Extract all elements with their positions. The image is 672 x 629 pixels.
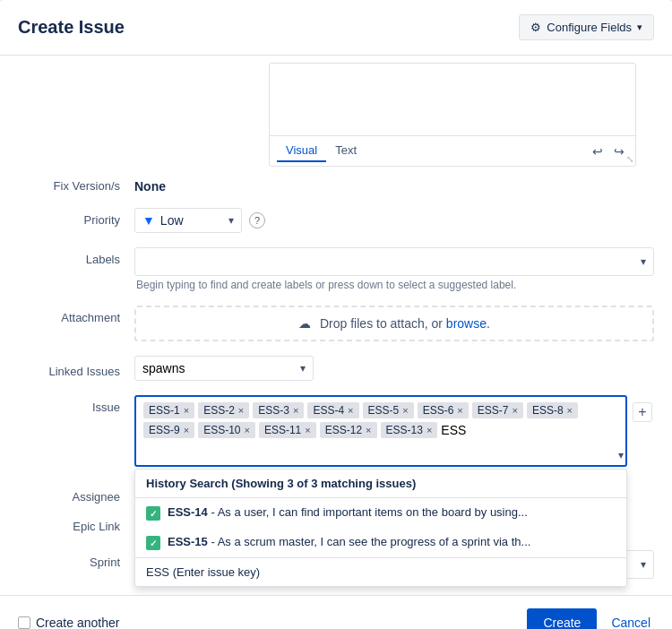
create-another-wrap: Create another (18, 616, 119, 629)
issue-add-button[interactable]: + (633, 402, 652, 422)
assignee-label: Assignee (18, 485, 134, 504)
issue-tag: ESS-9× (143, 422, 194, 438)
gear-icon: ⚙ (530, 21, 541, 34)
create-another-label[interactable]: Create another (36, 616, 119, 629)
tag-remove[interactable]: × (512, 405, 517, 416)
linked-issues-value: spawns (142, 361, 185, 375)
undo-button[interactable]: ↩ (589, 142, 607, 160)
enter-hint-key: ESS (146, 565, 169, 579)
tag-remove[interactable]: × (348, 405, 353, 416)
modal-footer: Create another Create Cancel (0, 595, 672, 629)
create-issue-modal: Create Issue ⚙ Configure Fields ▾ ⤡ Visu… (0, 0, 672, 629)
create-button[interactable]: Create (527, 608, 597, 629)
history-item-ess15[interactable]: ✓ ESS-15 - As a scrum master, I can see … (135, 528, 626, 557)
ess14-desc: - As a user, I can find important items … (211, 505, 527, 519)
tab-text[interactable]: Text (326, 140, 366, 162)
fix-version-label: Fix Version/s (18, 174, 134, 193)
priority-select-value: Low (160, 213, 184, 228)
description-label (18, 63, 134, 68)
fix-version-row: Fix Version/s None (0, 167, 672, 201)
priority-select-wrap: ▼ Low ▾ ? (134, 208, 654, 233)
resize-handle[interactable]: ⤡ (626, 154, 633, 164)
epic-link-label: Epic Link (18, 514, 134, 533)
priority-label: Priority (18, 208, 134, 227)
tag-remove[interactable]: × (184, 425, 189, 435)
issue-tag: ESS-4× (307, 402, 358, 418)
editor-content[interactable] (270, 64, 635, 135)
priority-row: Priority ▼ Low ▾ ? (0, 201, 672, 240)
tag-remove[interactable]: × (184, 405, 189, 416)
issue-tag: ESS-3× (253, 402, 304, 418)
ess15-key: ESS-15 (168, 535, 208, 548)
history-item-ess14[interactable]: ✓ ESS-14 - As a user, I can find importa… (135, 498, 626, 528)
labels-control: ▾ Begin typing to find and create labels… (134, 247, 654, 291)
labels-label: Labels (18, 247, 134, 266)
modal-body: ⤡ Visual Text ↩ ↪ Fix Version/s (0, 56, 672, 595)
issue-tag: ESS-5× (363, 402, 414, 418)
create-another-checkbox[interactable] (18, 616, 30, 629)
issue-text-input[interactable] (441, 422, 598, 438)
ess14-text: ESS-14 - As a user, I can find important… (168, 505, 616, 519)
tag-remove[interactable]: × (293, 405, 298, 416)
issue-tag: ESS-6× (418, 402, 469, 418)
tag-remove[interactable]: × (238, 405, 244, 416)
tag-remove[interactable]: × (244, 425, 249, 435)
fix-version-none: None (134, 174, 166, 194)
sprint-label: Sprint (18, 550, 134, 569)
linked-issues-chevron-icon: ▾ (300, 362, 306, 375)
tag-remove[interactable]: × (402, 405, 408, 416)
tab-visual[interactable]: Visual (277, 140, 326, 162)
history-enter-hint[interactable]: ESS (Enter issue key) (135, 557, 626, 586)
issue-tag: ESS-8× (527, 402, 578, 418)
priority-chevron-icon: ▾ (228, 214, 234, 227)
issue-tag: ESS-10× (198, 422, 255, 438)
priority-control: ▼ Low ▾ ? (134, 208, 654, 233)
tag-remove[interactable]: × (426, 425, 432, 435)
labels-chevron-icon: ▾ (641, 255, 646, 268)
ess15-desc: - As a scrum master, I can see the progr… (211, 535, 530, 548)
modal-title: Create Issue (18, 17, 125, 38)
issue-dropdown-button[interactable]: ▾ (618, 449, 624, 461)
linked-issues-row: Linked Issues spawns ▾ (0, 349, 672, 388)
linked-issues-control: spawns ▾ (134, 356, 654, 381)
browse-link[interactable]: browse. (446, 316, 490, 331)
configure-fields-button[interactable]: ⚙ Configure Fields ▾ (519, 14, 654, 40)
configure-fields-label: Configure Fields (547, 21, 632, 34)
tag-remove[interactable]: × (457, 405, 462, 416)
issue-tag: ESS-11× (259, 422, 316, 438)
issue-tag: ESS-1× (143, 402, 194, 418)
fix-version-value: None (134, 174, 654, 194)
labels-row: Labels ▾ Begin typing to find and create… (0, 240, 672, 298)
issue-label: Issue (18, 395, 134, 414)
tag-remove[interactable]: × (366, 425, 371, 435)
ess14-icon: ✓ (146, 506, 160, 521)
issue-tag: ESS-7× (472, 402, 523, 418)
tag-remove[interactable]: × (567, 405, 573, 416)
description-editor: ⤡ Visual Text ↩ ↪ (134, 63, 654, 167)
upload-icon: ☁ (298, 316, 311, 331)
enter-hint-desc: (Enter issue key) (173, 565, 261, 579)
editor-area[interactable]: ⤡ Visual Text ↩ ↪ (269, 63, 636, 167)
attachment-control: ☁ Drop files to attach, or browse. (134, 306, 654, 341)
issue-field-outer: ESS-1×ESS-2×ESS-3×ESS-4×ESS-5×ESS-6×ESS-… (134, 395, 627, 467)
redo-button[interactable]: ↪ (610, 142, 628, 160)
labels-dropdown[interactable]: ▾ (134, 247, 654, 276)
cancel-button[interactable]: Cancel (607, 608, 654, 629)
issue-tags-input[interactable]: ESS-1×ESS-2×ESS-3×ESS-4×ESS-5×ESS-6×ESS-… (134, 395, 627, 467)
priority-help-button[interactable]: ? (249, 212, 265, 228)
issue-row: Issue ESS-1×ESS-2×ESS-3×ESS-4×ESS-5×ESS-… (0, 388, 672, 474)
description-row: ⤡ Visual Text ↩ ↪ (0, 56, 672, 167)
priority-dropdown[interactable]: ▼ Low ▾ (134, 208, 242, 233)
sprint-chevron-icon: ▾ (641, 558, 646, 571)
editor-tabs: Visual Text (277, 140, 366, 162)
labels-hint: Begin typing to find and create labels o… (134, 279, 654, 291)
ess15-text: ESS-15 - As a scrum master, I can see th… (168, 535, 616, 548)
editor-toolbar: Visual Text ↩ ↪ (270, 135, 635, 166)
attachment-text: Drop files to attach, or (320, 316, 443, 331)
tag-remove[interactable]: × (305, 425, 310, 435)
issue-tag: ESS-2× (198, 402, 249, 418)
issue-tag: ESS-12× (320, 422, 377, 438)
attachment-drop-zone[interactable]: ☁ Drop files to attach, or browse. (134, 306, 654, 341)
linked-issues-dropdown[interactable]: spawns ▾ (134, 356, 314, 381)
editor-actions: ↩ ↪ (589, 142, 628, 160)
